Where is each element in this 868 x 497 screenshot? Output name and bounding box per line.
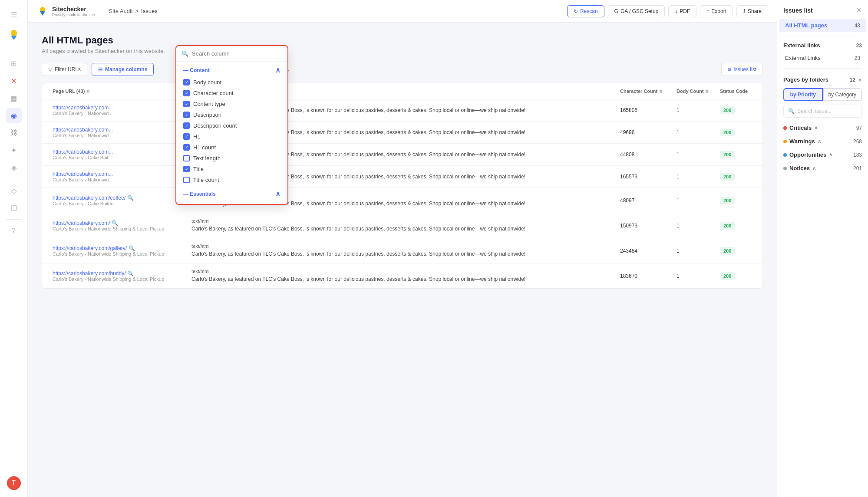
export-icon: ↑: [706, 8, 709, 14]
checkbox-item-4[interactable]: ✓ Description count: [176, 120, 287, 131]
checkbox-item-8[interactable]: ✓ Title: [176, 164, 287, 174]
page-title: All HTML pages: [42, 35, 763, 46]
checkbox-9[interactable]: [183, 177, 190, 183]
checkbox-item-1[interactable]: ✓ Character count: [176, 88, 287, 99]
url-sub-3: Carlo's Bakery - Nationwid...: [53, 177, 112, 182]
close-button[interactable]: ✕: [856, 6, 862, 14]
right-panel-header: Issues list ✕: [777, 0, 868, 19]
warnings-item[interactable]: Warnings ∧ 268: [777, 135, 868, 148]
checkbox-item-5[interactable]: ✓ H1: [176, 131, 287, 142]
pdf-button[interactable]: ↓ PDF: [668, 5, 696, 17]
column-search-input[interactable]: [192, 50, 282, 57]
dashboard-icon[interactable]: ⊞: [6, 56, 22, 71]
checkbox-5[interactable]: ✓: [183, 133, 190, 140]
col-char-count-label: Character Count: [620, 89, 657, 94]
cell-url-2: https://carlosbakery.com... Carlo's Bake…: [49, 144, 188, 165]
url-link-5[interactable]: https://carlosbakery.com/ 🔍: [53, 220, 118, 226]
body-count-val-0: 1: [677, 107, 680, 113]
by-category-button[interactable]: by Category: [823, 88, 862, 101]
opportunities-text: Opportunities: [789, 151, 826, 158]
rescan-label: Rescan: [580, 8, 598, 14]
divider-2: [783, 68, 862, 69]
tag-icon[interactable]: ◇: [6, 183, 22, 198]
export-button[interactable]: ↑ Export: [700, 5, 733, 17]
checkbox-label-7: Text length: [193, 155, 221, 161]
check-mark-${i}: ✓: [185, 91, 188, 95]
hamburger-icon[interactable]: ☰: [6, 7, 22, 23]
notices-count: 201: [853, 165, 862, 171]
help-icon[interactable]: ?: [6, 223, 22, 239]
char-count-val-7: 183670: [620, 273, 637, 279]
box-icon[interactable]: ☐: [6, 200, 22, 216]
magic-icon[interactable]: ✦: [6, 142, 22, 158]
error-icon[interactable]: ✕: [6, 73, 22, 89]
url-link-3[interactable]: https://carlosbakery.com...: [53, 171, 113, 177]
checkbox-8[interactable]: ✓: [183, 166, 190, 172]
checkbox-4[interactable]: ✓: [183, 122, 190, 129]
essentials-section-label: Essentials: [190, 191, 215, 197]
share-button[interactable]: ⤴ Share: [736, 5, 768, 17]
cell-url-6: https://carlosbakery.com/gallery/ 🔍 Carl…: [49, 238, 188, 263]
users-icon[interactable]: ◈: [6, 160, 22, 175]
checkbox-label-5: H1: [193, 133, 201, 140]
criticals-item[interactable]: Criticals ∧ 97: [777, 121, 868, 135]
chart-icon[interactable]: ◉: [6, 108, 22, 123]
url-link-7[interactable]: https://carlosbakery.com/buddy/ 🔍: [53, 270, 134, 276]
url-sub-4: Carlo's Bakery - Cake Builder: [53, 201, 115, 206]
checkbox-item-7[interactable]: Text length: [176, 153, 287, 164]
checkbox-item-0[interactable]: ✓ Body count: [176, 77, 287, 88]
checkbox-item-2[interactable]: ✓ Content type: [176, 99, 287, 109]
checkbox-item-6[interactable]: ✓ H1 count: [176, 142, 287, 153]
notices-item[interactable]: Notices ∧ 201: [777, 161, 868, 175]
ga-gsc-button[interactable]: G GA / GSC Setup: [608, 5, 665, 17]
external-links-sub-label: External Links: [785, 55, 821, 61]
issues-list-button[interactable]: ≡ Issues list: [721, 63, 763, 76]
cell-status-0: 200: [716, 99, 756, 121]
cell-status-6: 200: [716, 238, 756, 263]
manage-columns-button[interactable]: ⊟ Manage columns: [92, 63, 154, 76]
user-avatar[interactable]: T: [7, 476, 21, 490]
opportunities-item[interactable]: Opportunities ∧ 183: [777, 148, 868, 161]
external-links-sub-item[interactable]: External Links 23: [779, 51, 866, 65]
link-icon[interactable]: ⛓: [6, 125, 22, 141]
filter-icon: ▽: [48, 66, 52, 72]
checkbox-7[interactable]: [183, 155, 190, 161]
criticals-chevron: ∧: [814, 125, 818, 131]
pages-by-folders-chevron[interactable]: ∧: [858, 77, 862, 83]
cell-url-7: https://carlosbakery.com/buddy/ 🔍 Carlo'…: [49, 263, 188, 288]
breadcrumb-parent[interactable]: Site Audit: [109, 8, 133, 14]
sort-icon-char[interactable]: ⇅: [659, 89, 663, 94]
essentials-section-toggle[interactable]: ∧: [275, 190, 281, 198]
checkbox-3[interactable]: ✓: [183, 112, 190, 118]
checkbox-1[interactable]: ✓: [183, 90, 190, 96]
grid-icon[interactable]: ▦: [6, 90, 22, 106]
left-sidebar: ☰ ⊞ ✕ ▦ ◉ ⛓ ✦ ◈ ◇ ☐ ? T: [0, 0, 28, 497]
all-html-label: All HTML pages: [785, 22, 827, 29]
checkbox-2[interactable]: ✓: [183, 101, 190, 107]
checkbox-item-9[interactable]: Title count: [176, 174, 287, 185]
checkbox-label-8: Title: [193, 166, 204, 172]
search-issue-placeholder[interactable]: Search issue...: [797, 108, 832, 114]
url-link-6[interactable]: https://carlosbakery.com/gallery/ 🔍: [53, 245, 135, 251]
url-link-4[interactable]: https://carlosbakery.com/coffee/ 🔍: [53, 195, 134, 201]
sort-icon-body[interactable]: ⇅: [705, 89, 709, 94]
filter-urls-button[interactable]: ▽ Filter URLs: [42, 63, 87, 76]
url-link-0[interactable]: https://carlosbakery.com...: [53, 105, 113, 111]
body-count-val-4: 1: [677, 197, 680, 204]
ga-gsc-label: GA / GSC Setup: [620, 8, 658, 14]
checkbox-0[interactable]: ✓: [183, 79, 190, 86]
url-link-2[interactable]: https://carlosbakery.com...: [53, 149, 113, 155]
checkbox-item-3[interactable]: ✓ Description: [176, 109, 287, 120]
manage-columns-label: Manage columns: [105, 66, 147, 72]
checkbox-6[interactable]: ✓: [183, 144, 190, 151]
col-char-count: Character Count ⇅: [617, 83, 673, 99]
essentials-section-header: — Essentials ∧: [176, 185, 287, 201]
all-html-pages-item[interactable]: All HTML pages 43: [779, 19, 866, 32]
rescan-button[interactable]: ↻ Rescan: [567, 5, 604, 17]
url-link-1[interactable]: https://carlosbakery.com...: [53, 127, 113, 133]
status-badge-0: 200: [720, 106, 735, 114]
notices-text: Notices: [789, 165, 810, 171]
content-section-toggle[interactable]: ∧: [275, 66, 281, 74]
by-priority-button[interactable]: by Priority: [783, 88, 823, 101]
sort-icon-url[interactable]: ⇅: [86, 89, 90, 94]
